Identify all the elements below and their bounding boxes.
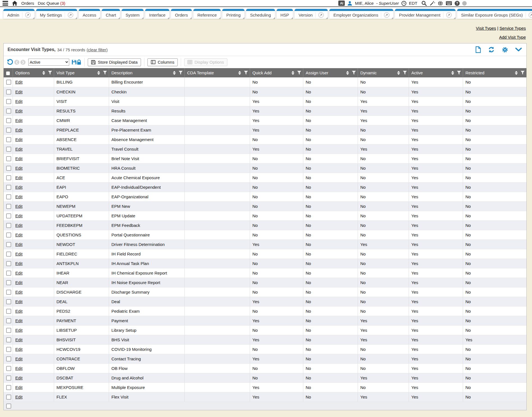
edit-link[interactable]: Edit [15, 252, 23, 256]
row-checkbox[interactable] [6, 252, 11, 257]
save-filter-icon[interactable] [71, 59, 77, 65]
refresh-icon[interactable] [488, 46, 495, 53]
undo-icon[interactable] [7, 59, 13, 65]
row-checkbox[interactable] [6, 156, 11, 161]
tab-employer-organizations[interactable]: Employer Organizations [329, 9, 393, 19]
tab-printing[interactable]: Printing [222, 9, 244, 19]
edit-link[interactable]: Edit [15, 137, 23, 142]
tab-reference[interactable]: Reference [193, 9, 221, 19]
edit-link[interactable]: Edit [15, 337, 23, 342]
edit-link[interactable]: Edit [15, 147, 23, 151]
sort-icon[interactable] [173, 71, 176, 75]
globe-icon[interactable] [438, 1, 443, 6]
add-visit-type-link[interactable]: Add Visit Type [499, 35, 526, 40]
filter-funnel-icon[interactable] [103, 71, 107, 75]
filter-funnel-icon[interactable] [352, 71, 356, 75]
tab-my-settings[interactable]: My Settings [36, 9, 77, 19]
edit-link[interactable]: Edit [15, 99, 23, 104]
tab-system[interactable]: System [122, 9, 144, 19]
filter-funnel-icon[interactable] [457, 71, 461, 75]
ai-assistant-icon[interactable]: AI [338, 1, 345, 6]
edit-link[interactable]: Edit [15, 156, 23, 161]
external-link-icon[interactable] [22, 12, 31, 18]
edit-link[interactable]: Edit [15, 356, 23, 361]
clock-icon[interactable] [401, 1, 406, 6]
tab-chart[interactable]: Chart [102, 9, 120, 19]
row-checkbox[interactable] [6, 366, 11, 371]
home-icon[interactable] [12, 1, 18, 6]
edit-link[interactable]: Edit [15, 194, 23, 199]
row-checkbox[interactable] [6, 223, 11, 228]
filter-funnel-icon[interactable] [48, 71, 52, 75]
clear-filter-link[interactable]: (clear filter) [87, 47, 108, 52]
row-checkbox[interactable] [6, 385, 11, 390]
edit-link[interactable]: Edit [15, 204, 23, 209]
row-checkbox[interactable] [6, 175, 11, 180]
select-all-checkbox[interactable] [6, 72, 10, 75]
sort-icon[interactable] [346, 71, 349, 75]
row-checkbox[interactable] [6, 232, 11, 238]
lock-icon[interactable] [77, 59, 81, 65]
row-checkbox[interactable] [6, 309, 11, 314]
sort-icon[interactable] [97, 71, 100, 75]
edit-link[interactable]: Edit [15, 89, 23, 94]
external-link-icon[interactable] [443, 12, 452, 18]
visit-types-link[interactable]: Visit Types [476, 26, 496, 31]
row-checkbox[interactable] [6, 318, 11, 323]
filter-funnel-icon[interactable] [403, 71, 407, 75]
service-types-link[interactable]: Service Types [499, 26, 526, 31]
magic-wand-icon[interactable] [429, 1, 435, 6]
filter-funnel-icon[interactable] [244, 71, 248, 75]
row-checkbox[interactable] [6, 328, 11, 333]
filter-funnel-icon[interactable] [179, 71, 183, 75]
help-icon[interactable]: ? [455, 1, 460, 6]
edit-link[interactable]: Edit [15, 118, 23, 123]
status-filter-select[interactable]: Active [28, 59, 69, 66]
row-checkbox[interactable] [6, 128, 11, 133]
footer-row-checkbox[interactable] [6, 404, 11, 409]
edit-link[interactable]: Edit [15, 366, 23, 371]
edit-link[interactable]: Edit [15, 175, 23, 180]
tab-hsp[interactable]: HSP [277, 9, 293, 19]
sort-icon[interactable] [515, 71, 518, 75]
hamburger-menu-icon[interactable] [3, 1, 8, 6]
row-checkbox[interactable] [6, 242, 11, 247]
tab-version[interactable]: Version [295, 9, 328, 19]
edit-link[interactable]: Edit [15, 261, 23, 266]
edit-link[interactable]: Edit [15, 280, 23, 285]
external-link-icon[interactable] [315, 12, 324, 18]
new-document-icon[interactable] [475, 46, 481, 53]
tab-access[interactable]: Access [79, 9, 100, 19]
tab-provider-management[interactable]: Provider Management [395, 9, 455, 19]
edit-link[interactable]: Edit [15, 271, 23, 275]
row-checkbox[interactable] [6, 347, 11, 352]
user-icon[interactable] [347, 1, 352, 6]
row-checkbox[interactable] [6, 280, 11, 285]
filter-funnel-icon[interactable] [521, 71, 525, 75]
row-checkbox[interactable] [6, 118, 11, 123]
sort-icon[interactable] [292, 71, 294, 75]
edit-link[interactable]: Edit [15, 385, 23, 390]
nav-orders[interactable]: Orders [21, 1, 34, 6]
user-name[interactable]: MIE, Alice [355, 1, 374, 6]
external-link-icon[interactable] [65, 12, 73, 18]
next-page-icon[interactable]: ❯ [20, 60, 26, 65]
external-link-icon[interactable] [526, 12, 532, 18]
tab-scheduling[interactable]: Scheduling [246, 9, 275, 19]
edit-link[interactable]: Edit [15, 232, 23, 237]
edit-link[interactable]: Edit [15, 213, 23, 218]
edit-link[interactable]: Edit [15, 109, 23, 113]
edit-link[interactable]: Edit [15, 318, 23, 323]
edit-link[interactable]: Edit [15, 80, 23, 84]
edit-link[interactable]: Edit [15, 242, 23, 247]
external-link-icon[interactable] [381, 12, 389, 18]
sort-icon[interactable] [451, 71, 454, 75]
edit-link[interactable]: Edit [15, 223, 23, 228]
row-checkbox[interactable] [6, 299, 11, 304]
sort-icon[interactable] [397, 71, 400, 75]
sort-icon[interactable] [42, 71, 45, 75]
row-checkbox[interactable] [6, 137, 11, 142]
edit-link[interactable]: Edit [15, 309, 23, 314]
previous-page-icon[interactable]: ❮ [14, 60, 19, 65]
row-checkbox[interactable] [6, 166, 11, 171]
